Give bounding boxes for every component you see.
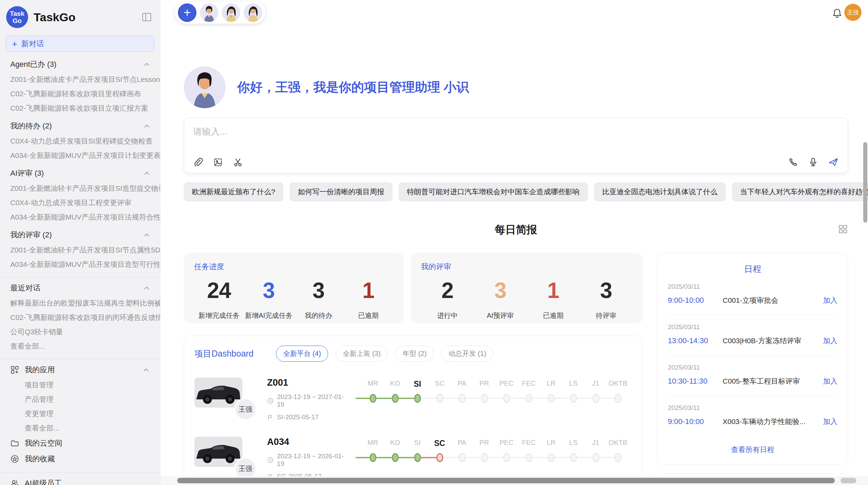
stat-cell: 24新增完成任务 [194,279,244,320]
sidebar-section-header[interactable]: 我的待办 (2) [0,118,160,134]
horizontal-scrollbar[interactable] [160,476,868,485]
user-avatar[interactable]: 王强 [844,4,861,21]
chevron-up-icon[interactable] [143,122,150,130]
stat-cell: 1已逾期 [527,279,580,320]
sidebar-item-cloud-space[interactable]: 我的云空间 [0,435,160,451]
join-meeting-link[interactable]: 加入 [823,336,837,346]
project-code: Z001 [267,377,349,388]
send-icon[interactable] [828,157,839,167]
logo-text-top: Task [10,10,24,17]
sidebar-item[interactable]: C0X4-动力总成开发项目工程变更评审 [0,196,160,210]
chat-input[interactable] [193,126,839,137]
dashboard-filter-chip[interactable]: 年型 (2) [395,346,434,362]
divider [0,472,160,473]
agent-avatar-2[interactable] [222,3,240,22]
app-subitem[interactable]: 产品管理 [0,392,160,407]
schedule-date: 2025/03/11 [668,404,837,412]
sidebar-item[interactable]: Z001-全新燃油轻卡产品开发项目SI节点属性5D文件评审 [0,243,160,257]
sidebar-item[interactable]: Z001-全新燃油轻卡产品开发项目SI造型提交物评审 [0,181,160,196]
sidebar-links: 我的云空间我的收藏 [0,435,160,467]
sidebar-item[interactable]: C0X4-动力总成开发项目SI里程碑提交物检查 [0,134,160,148]
schedule-date: 2025/03/11 [668,364,837,371]
join-meeting-link[interactable]: 加入 [823,417,837,426]
app-subitem[interactable]: 变更管理 [0,407,160,421]
sidebar-section-header[interactable]: 最近对话 [0,280,160,296]
milestone-dot [481,453,488,462]
date-range: 2023-12-19 ~ 2027-01-19 [277,393,349,408]
image-icon[interactable] [213,157,223,167]
sidebar-item[interactable]: A034-全新新能源MUV产品开发项目计划变更表编写 [0,148,160,163]
sidebar-item-my-apps[interactable]: 我的应用 [0,362,160,378]
stat-cell: 3待评审 [580,279,632,320]
chevron-up-icon[interactable] [143,61,150,68]
join-meeting-link[interactable]: 加入 [823,296,837,305]
agent-avatar-1[interactable] [200,3,218,22]
recent-chat-item[interactable]: 解释最新出台的欧盟报废车法规再生塑料比例被调至15%... [0,296,160,310]
milestone-label: SC [429,439,451,448]
sidebar-item[interactable]: A034-全新新能源MUV产品开发项目法规符合性评审 [0,210,160,224]
sidebar-item-ai-super-staff[interactable]: AI超级员工 [0,475,160,485]
sidebar-item[interactable]: C02-飞腾新能源轻客改款项目立项汇报方案 [0,101,160,115]
vertical-scrollbar-thumb[interactable] [863,142,867,223]
suggestion-chips: 欧洲新规最近颁布了什么?如何写一份清晰的项目周报特朗普可能对进口汽车增税会对中国… [184,182,848,201]
milestone-dot [548,394,555,403]
recent-chat-item[interactable]: 查看全部... [0,339,160,353]
sidebar-item[interactable]: C02-飞腾新能源轻客改款项目里程碑画布 [0,87,160,101]
project-dates: 2023-12-19 ~ 2026-01-19 [267,452,349,468]
schedule-card: 日程 2025/03/119:00-10:00C001-立项审批会加入2025/… [657,253,848,464]
layout-grid-icon[interactable] [838,224,848,234]
sidebar-section-header[interactable]: 我的评审 (2) [0,227,160,243]
chevron-up-icon[interactable] [142,366,150,374]
suggestion-chip[interactable]: 如何写一份清晰的项目周报 [290,182,393,201]
stat-value: 2 [421,279,474,301]
new-chat-button[interactable]: + 新对话 [5,36,155,52]
chevron-up-icon[interactable] [143,231,150,239]
schedule-time: 9:00-10:00 [668,296,723,305]
join-meeting-link[interactable]: 加入 [823,376,837,386]
recent-chat-item[interactable]: 公司Q3轻卡销量 [0,325,160,339]
horizontal-scrollbar-end[interactable] [841,478,856,483]
dashboard-filter-chip[interactable]: 全新平台 (4) [276,346,328,362]
microphone-icon[interactable] [808,157,818,167]
milestone-dot [592,394,599,403]
stat-label: 新增完成任务 [194,311,244,320]
stat-label: 新增AI完成任务 [244,311,293,320]
view-all-schedule-link[interactable]: 查看所有日程 [668,436,837,459]
schedule-name: C003|H0B-方案冻结评审 [723,336,823,346]
app-subitem[interactable]: 项目管理 [0,378,160,392]
dashboard-filter-chip[interactable]: 动总开发 (1) [441,346,493,362]
suggestion-chip[interactable]: 当下年轻人对汽车外观有怎样的喜好趋势 [732,182,868,201]
milestone-label: PEC [495,439,518,448]
phone-icon[interactable] [788,157,798,167]
milestone-label: J1 [584,380,607,389]
sidebar-item-favorites[interactable]: 我的收藏 [0,451,160,467]
sidebar-item[interactable]: A034-全新新能源MUV产品开发项目造型可行性评审 [0,257,160,272]
milestone-dot [414,394,421,403]
sidebar-collapse-icon[interactable] [142,12,152,22]
sidebar-item[interactable]: Z001-全新燃油皮卡产品开发项目SI节点Lesson Learn报告 [0,72,160,87]
scissors-icon[interactable] [233,157,243,167]
milestone-dot [414,453,421,462]
agent-avatar-3[interactable] [244,3,262,22]
milestone-track: MRKOSISCPAPRPECFECLRLSJ1OKTB [362,380,632,404]
suggestion-chip[interactable]: 比亚迪全固态电池计划具体说了什么 [594,182,726,201]
recent-chat-item[interactable]: C02-飞腾新能源轻客改款项目的闭环通告反馈情况 [0,310,160,325]
app-title: TaskGo [34,11,142,24]
attachment-icon[interactable] [193,157,203,167]
suggestion-chip[interactable]: 欧洲新规最近颁布了什么? [184,182,284,201]
milestone-dot [370,453,376,462]
project-row[interactable]: 王强Z0012023-12-19 ~ 2027-01-19SI-2025-05-… [194,377,632,421]
stat-cell: 1已逾期 [343,279,393,320]
app-subitem[interactable]: 查看全部... [0,421,160,435]
suggestion-chip[interactable]: 特朗普可能对进口汽车增税会对中国车企造成哪些影响 [399,182,588,201]
dashboard-filter-chip[interactable]: 全新上装 (3) [336,346,388,362]
sidebar-section-header[interactable]: Agent已办 (3) [0,57,160,72]
milestone-label: PR [473,380,495,389]
project-row[interactable]: 王强A0342023-12-19 ~ 2026-01-19SC-2025-05-… [194,437,632,480]
horizontal-scrollbar-thumb[interactable] [177,478,835,483]
chevron-up-icon[interactable] [143,284,150,292]
chevron-up-icon[interactable] [143,170,150,177]
sidebar-section-header[interactable]: AI评审 (3) [0,165,160,181]
notification-bell-icon[interactable] [832,8,843,18]
add-agent-button[interactable]: + [178,3,196,22]
